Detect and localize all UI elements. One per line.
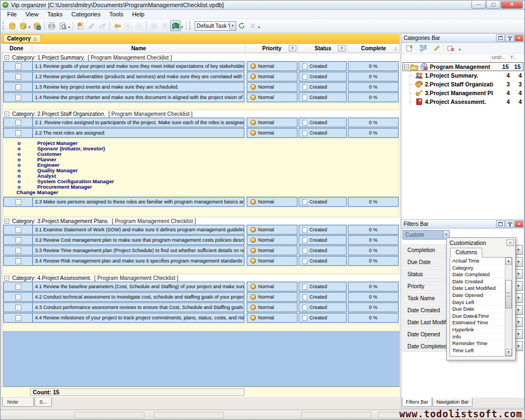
column-option[interactable]: Info xyxy=(450,334,505,341)
scroll-down-icon[interactable]: ▼ xyxy=(505,349,512,356)
status-cell[interactable]: Created xyxy=(299,61,347,71)
column-option[interactable]: Due Date&Time xyxy=(450,313,505,320)
priority-cell[interactable]: Normal xyxy=(247,246,298,255)
column-option[interactable]: Date Completed xyxy=(450,271,505,278)
column-option[interactable]: Due Date xyxy=(450,306,505,313)
menu-tasks[interactable]: Tasks xyxy=(43,10,67,19)
taskbar-button[interactable] xyxy=(74,412,144,418)
print-button[interactable] xyxy=(46,20,57,31)
tab-filters-bar[interactable]: Filters Bar xyxy=(402,398,432,407)
open-dropdown-icon[interactable]: ▾ xyxy=(28,25,31,30)
task-name[interactable]: 2.3 Make sure persons assigned to these … xyxy=(33,197,244,206)
done-checkbox[interactable] xyxy=(15,130,21,136)
minimize-button[interactable]: — xyxy=(471,1,486,9)
column-option[interactable]: Reminder Time xyxy=(450,340,505,347)
status-cell[interactable]: Created xyxy=(299,72,347,81)
task-name[interactable]: 3.1 Examine Statement of Work (SOW) and … xyxy=(33,225,244,234)
task-name[interactable]: 4.4 Review milestones of your project to… xyxy=(33,313,244,322)
tab-s[interactable]: S... xyxy=(34,397,52,407)
done-checkbox[interactable] xyxy=(15,248,21,254)
column-status[interactable]: Status▼ xyxy=(299,44,348,52)
column-option[interactable]: Date Last Modified xyxy=(450,285,505,292)
complete-cell[interactable]: 0 % xyxy=(348,118,399,127)
done-checkbox[interactable] xyxy=(15,63,21,69)
move-down-button[interactable] xyxy=(122,20,133,31)
column-option[interactable]: Time Left xyxy=(450,347,505,354)
done-cell[interactable] xyxy=(4,93,33,102)
task-name[interactable]: 1.3 Review key project events and make s… xyxy=(33,83,244,91)
priority-cell[interactable]: Normal xyxy=(247,92,298,102)
pin-panel-button[interactable] xyxy=(505,34,514,42)
done-checkbox[interactable] xyxy=(15,74,21,80)
status-cell[interactable]: Created xyxy=(299,197,347,207)
toolbar-overflow-icon[interactable]: ▾ xyxy=(258,25,260,30)
clear-view-button[interactable] xyxy=(247,20,258,31)
complete-cell[interactable]: 0 % xyxy=(348,302,399,312)
menu-help[interactable]: Help xyxy=(127,10,149,19)
chevron-down-icon[interactable]: ▼ xyxy=(230,22,236,30)
menu-categories[interactable]: Categories xyxy=(67,10,105,19)
group-by-category-button[interactable]: Category △ xyxy=(3,34,41,43)
complete-cell[interactable]: 0 % xyxy=(348,256,399,266)
edit-category-button[interactable] xyxy=(431,43,442,54)
move-up-button[interactable] xyxy=(133,20,144,31)
done-checkbox[interactable] xyxy=(15,237,21,243)
status-cell[interactable]: Created xyxy=(299,235,347,245)
done-checkbox[interactable] xyxy=(15,305,21,311)
new-category-button[interactable] xyxy=(418,43,429,54)
filters-bar-header[interactable]: Filters Bar × xyxy=(401,220,524,229)
done-cell[interactable] xyxy=(4,225,33,234)
delete-task-button[interactable] xyxy=(97,20,108,31)
toolbar-grip[interactable] xyxy=(189,21,191,30)
column-option[interactable]: Date Created xyxy=(450,278,505,285)
status-cell[interactable]: Created xyxy=(299,282,347,291)
priority-cell[interactable]: Normal xyxy=(247,225,298,235)
done-cell[interactable] xyxy=(4,129,33,137)
pin-panel-button[interactable] xyxy=(505,220,514,228)
notes-view-button[interactable] xyxy=(170,20,181,31)
priority-cell[interactable]: Normal xyxy=(247,313,298,323)
task-name[interactable]: 1.4 Review the project charter and make … xyxy=(33,93,244,102)
scrollbar[interactable]: ▲ ▼ xyxy=(505,258,512,356)
priority-cell[interactable]: Normal xyxy=(247,302,298,312)
collapse-icon[interactable]: − xyxy=(4,219,9,224)
task-name[interactable]: 4.2 Conduct technical assessment to inve… xyxy=(33,293,244,301)
customization-title-bar[interactable]: Customization × xyxy=(447,238,515,247)
tree-item-category[interactable]: 1.Project Summary. 4 4 xyxy=(410,71,524,80)
column-option[interactable]: Estimated Time xyxy=(450,319,505,326)
priority-cell[interactable]: Normal xyxy=(247,118,298,127)
tree-item-checklist[interactable]: − Program Management Checklis 15 15 xyxy=(402,62,523,71)
new-task-button[interactable] xyxy=(75,20,86,31)
close-panel-button[interactable]: × xyxy=(515,34,523,42)
column-option[interactable]: Actual Time xyxy=(450,258,505,265)
status-cell[interactable]: Created xyxy=(299,313,347,323)
tree-item-category[interactable]: 4.Project Assessment. 4 4 xyxy=(410,97,524,106)
complete-cell[interactable]: 0 % xyxy=(348,92,399,102)
taskbar-button[interactable] xyxy=(154,412,224,418)
close-button[interactable]: ✕ xyxy=(501,1,523,9)
task-name[interactable]: 3.4 Review Risk management plan and make… xyxy=(33,256,244,265)
task-note[interactable]: oProject Manager oSponsor (Initiator, In… xyxy=(3,138,399,197)
status-cell[interactable]: Created xyxy=(299,92,347,102)
done-checkbox[interactable] xyxy=(15,284,21,290)
column-priority[interactable]: Priority▼ xyxy=(246,44,299,52)
hide-completed-button[interactable] xyxy=(112,20,122,31)
column-done[interactable]: Done xyxy=(1,44,32,52)
close-panel-button[interactable]: × xyxy=(515,220,523,228)
close-dialog-button[interactable]: × xyxy=(506,240,514,246)
menu-file[interactable]: File xyxy=(3,10,21,19)
toolbar-overflow-icon[interactable]: ▾ xyxy=(459,48,461,52)
new-checklist-button[interactable] xyxy=(404,43,415,54)
task-name[interactable]: 3.3 Review Time management plan (Project… xyxy=(33,246,244,255)
column-complete[interactable]: Complete△ xyxy=(348,44,400,52)
priority-cell[interactable]: Normal xyxy=(247,282,298,291)
status-cell[interactable]: Created xyxy=(299,82,347,92)
done-cell[interactable] xyxy=(4,83,33,91)
complete-cell[interactable]: 0 % xyxy=(348,282,399,291)
done-checkbox[interactable] xyxy=(15,199,21,205)
status-filter-button[interactable]: ▼ xyxy=(338,45,346,51)
priority-cell[interactable]: Normal xyxy=(247,128,298,138)
tree-item-category[interactable]: 2.Project Staff Organization. 3 3 xyxy=(410,80,524,89)
float-panel-button[interactable] xyxy=(496,34,505,42)
move-top-button[interactable] xyxy=(159,20,170,31)
